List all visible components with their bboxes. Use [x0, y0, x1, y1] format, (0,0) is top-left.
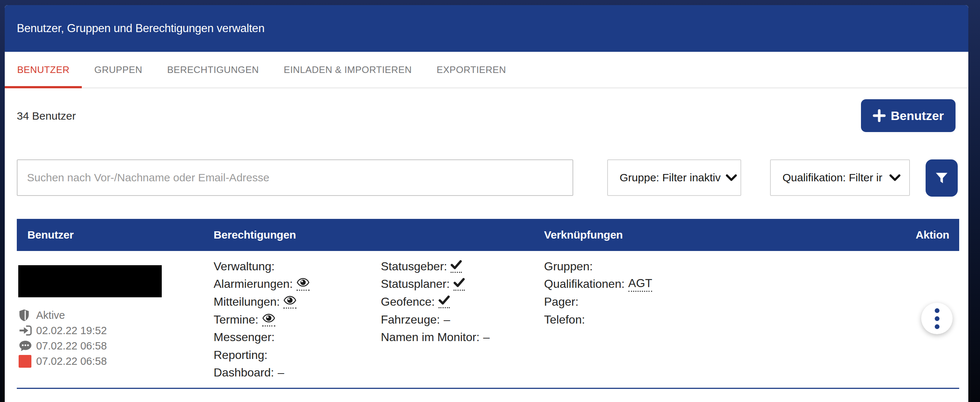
add-user-button-label: Benutzer — [891, 109, 944, 123]
permission-item: Namen im Monitor:– — [381, 328, 490, 346]
qualification-value[interactable]: AGT — [628, 277, 652, 292]
permission-item: Fahrzeuge:– — [381, 311, 490, 329]
row-divider — [17, 388, 959, 389]
permission-item: Messenger: — [213, 328, 310, 346]
permission-label: Statusgeber: — [381, 260, 447, 273]
permission-label: Termine: — [213, 313, 259, 326]
link-item: Pager: — [544, 293, 652, 311]
group-filter-label: Gruppe: Filter inaktiv — [620, 171, 721, 184]
check-icon[interactable] — [439, 295, 450, 308]
permission-label: Mitteilungen: — [213, 295, 280, 309]
redacted-user-name — [18, 265, 162, 297]
table-header: Benutzer Berechtigungen Verknüpfungen Ak… — [17, 219, 959, 251]
tab-gruppen[interactable]: GRUPPEN — [82, 52, 154, 87]
row-actions-button[interactable] — [921, 303, 953, 334]
permission-label: Messenger: — [213, 331, 275, 344]
chevron-down-icon — [726, 174, 737, 181]
user-status-line: Aktive — [19, 307, 107, 323]
permissions-column-1: Verwaltung:Alarmierungen:Mitteilungen:Te… — [213, 258, 310, 381]
column-header-user: Benutzer — [27, 229, 74, 241]
status-text: 07.02.22 06:58 — [36, 340, 107, 352]
permission-item: Statusgeber: — [381, 398, 447, 402]
link-label: Telefon: — [544, 313, 585, 326]
column-header-links: Verknüpfungen — [544, 229, 623, 241]
check-icon[interactable] — [453, 278, 465, 291]
permission-label: Statusplaner: — [381, 277, 450, 291]
alarm-square-icon — [19, 355, 36, 368]
chevron-down-icon — [889, 174, 900, 181]
group-filter-dropdown[interactable]: Gruppe: Filter inaktiv — [607, 160, 741, 196]
links-column: Gruppen:Qualifikationen:AGTPager:Telefon… — [544, 258, 652, 328]
column-header-permissions: Berechtigungen — [213, 229, 296, 241]
dash-value: – — [444, 313, 450, 326]
permission-label: Verwaltung: — [213, 260, 275, 273]
eye-icon[interactable] — [262, 313, 275, 326]
tab-benutzer[interactable]: BENUTZER — [5, 52, 82, 87]
permission-label: Dashboard: — [213, 366, 274, 379]
permission-label: Verwaltung: — [213, 400, 275, 402]
permission-label: Reporting: — [213, 348, 268, 362]
user-status-list: Aktive02.02.22 19:5207.02.22 06:5807.02.… — [19, 307, 107, 369]
eye-icon[interactable] — [296, 277, 310, 291]
permission-label: Statusgeber: — [381, 400, 447, 402]
page-background: Benutzer, Gruppen und Berechtigungen ver… — [0, 0, 980, 402]
user-status-line: 07.02.22 06:58 — [19, 338, 107, 353]
qualification-filter-dropdown[interactable]: Qualifikation: Filter ir — [770, 160, 910, 196]
tab-label: BENUTZER — [17, 64, 69, 76]
add-user-button[interactable]: Benutzer — [861, 99, 956, 132]
permission-label: Alarmierungen: — [213, 277, 293, 291]
shield-icon — [19, 309, 36, 321]
permission-item: Dashboard:– — [213, 364, 310, 382]
app-header: Benutzer, Gruppen und Berechtigungen ver… — [5, 5, 968, 52]
permission-item: Verwaltung: — [213, 258, 310, 275]
search-input[interactable] — [17, 160, 573, 196]
tab-label: BERECHTIGUNGEN — [167, 64, 259, 76]
link-label: Gruppen: — [544, 400, 593, 402]
link-label: Gruppen: — [544, 260, 593, 273]
dash-value: – — [483, 331, 490, 344]
tab-exportieren[interactable]: EXPORTIEREN — [424, 52, 519, 87]
eye-icon[interactable] — [283, 295, 296, 309]
link-item: Telefon: — [544, 311, 652, 329]
tab-bar: BENUTZERGRUPPENBERECHTIGUNGENEINLADEN & … — [5, 52, 968, 88]
funnel-icon — [934, 171, 949, 185]
plus-icon — [873, 109, 886, 122]
permission-item: Verwaltung: — [213, 398, 275, 402]
page-title: Benutzer, Gruppen und Berechtigungen ver… — [17, 22, 264, 35]
comment-dots-icon — [19, 340, 36, 352]
status-text: 02.02.22 19:52 — [36, 324, 107, 337]
tab-berechtigungen[interactable]: BERECHTIGUNGEN — [155, 52, 271, 87]
tab-label: EINLADEN & IMPORTIEREN — [284, 64, 412, 76]
permission-label: Namen im Monitor: — [381, 331, 479, 344]
permission-label: Fahrzeuge: — [381, 313, 440, 326]
permission-item: Statusgeber: — [381, 258, 490, 275]
filter-button[interactable] — [926, 160, 958, 196]
sign-in-icon — [19, 325, 36, 336]
permission-item: Statusplaner: — [381, 275, 490, 293]
permissions-column-2-row2: Statusgeber: — [381, 398, 447, 402]
permission-item: Geofence: — [381, 293, 490, 311]
permission-label: Geofence: — [381, 295, 435, 309]
permission-item: Termine: — [213, 311, 310, 329]
link-item: Qualifikationen:AGT — [544, 275, 652, 293]
link-label: Qualifikationen: — [544, 277, 625, 291]
links-column-row2: Gruppen: — [544, 398, 593, 402]
link-label: Pager: — [544, 295, 578, 309]
permissions-column-2: Statusgeber:Statusplaner:Geofence:Fahrze… — [381, 258, 490, 346]
status-text: Aktive — [36, 309, 65, 321]
permission-item: Alarmierungen: — [213, 275, 310, 293]
kebab-menu-icon — [935, 308, 939, 313]
user-count-label: 34 Benutzer — [17, 110, 76, 122]
permissions-column-1-row2: Verwaltung: — [213, 398, 275, 402]
column-header-action: Aktion — [916, 229, 949, 241]
permission-item: Mitteilungen: — [213, 293, 310, 311]
dash-value: – — [277, 366, 284, 379]
tab-label: GRUPPEN — [94, 64, 142, 76]
check-icon[interactable] — [450, 260, 462, 273]
qualification-filter-label: Qualifikation: Filter ir — [783, 171, 882, 184]
tab-einladen-importieren[interactable]: EINLADEN & IMPORTIEREN — [271, 52, 424, 87]
link-item: Gruppen: — [544, 258, 652, 275]
link-item: Gruppen: — [544, 398, 593, 402]
tab-label: EXPORTIEREN — [437, 64, 506, 76]
user-status-line: 02.02.22 19:52 — [19, 323, 107, 338]
